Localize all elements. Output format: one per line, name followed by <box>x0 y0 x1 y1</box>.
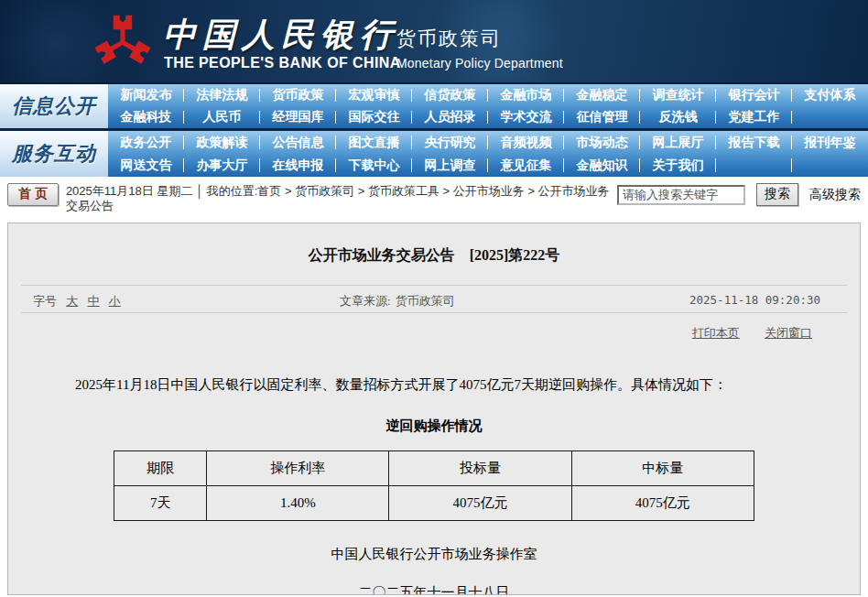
font-size-medium[interactable]: 中 <box>88 294 100 308</box>
table-row: 7天 1.40% 4075亿元 4075亿元 <box>114 486 754 521</box>
nav-item[interactable]: 公告信息 <box>260 131 336 154</box>
article-timestamp: 2025-11-18 09:20:30 <box>689 293 820 307</box>
nav-item[interactable]: 市场动态 <box>564 131 640 154</box>
article-panel: 公开市场业务交易公告 [2025]第222号 字号 大 中 小 文章来源:货币政… <box>7 223 861 595</box>
breadcrumb-trail[interactable]: 2025年11月18日 星期二 │ 我的位置:首页 > 货币政策司 > 货币政策… <box>66 184 617 213</box>
department-block: 货币政策司 Monetary Policy Department <box>396 26 563 71</box>
nav-grid-info: 新闻发布 法律法规 货币政策 宏观审慎 信贷政策 金融市场 金融稳定 调查统计 … <box>108 84 868 128</box>
department-name-english: Monetary Policy Department <box>396 56 563 71</box>
nav-item[interactable]: 党建工作 <box>716 106 792 128</box>
nav-item[interactable]: 经理国库 <box>260 106 336 128</box>
article-action-links: 打印本页 关闭窗口 <box>8 313 860 342</box>
nav-item[interactable]: 政策解读 <box>184 131 260 154</box>
nav-item[interactable]: 学术交流 <box>488 106 564 128</box>
font-size-small[interactable]: 小 <box>109 294 121 308</box>
article-meta-bar: 字号 大 中 小 文章来源:货币政策司 2025-11-18 09:20:30 <box>8 286 860 312</box>
nav-item[interactable]: 央行研究 <box>412 131 488 154</box>
font-size-large[interactable]: 大 <box>66 294 78 308</box>
nav-item[interactable]: 征信管理 <box>564 106 640 128</box>
nav-item[interactable]: 金融知识 <box>564 154 640 177</box>
nav-item-empty <box>792 106 868 128</box>
nav-item[interactable]: 政务公开 <box>108 131 184 154</box>
nav-item[interactable]: 音频视频 <box>488 131 564 154</box>
search-area: 搜索 高级搜索 <box>617 183 861 206</box>
article-title: 公开市场业务交易公告 [2025]第222号 <box>8 223 860 285</box>
nav-item[interactable]: 反洗钱 <box>640 106 716 128</box>
nav-item[interactable]: 人员招录 <box>412 106 488 128</box>
nav-item[interactable]: 信贷政策 <box>412 84 488 106</box>
search-button[interactable]: 搜索 <box>756 183 798 206</box>
font-size-controls: 字号 大 中 小 <box>33 293 121 309</box>
home-button[interactable]: 首 页 <box>7 183 59 206</box>
nav-item[interactable]: 办事大厅 <box>184 154 260 177</box>
bank-name-chinese: 中国人民银行 <box>163 13 399 58</box>
cell-awarded-amount: 4075亿元 <box>571 486 754 521</box>
operation-table-title: 逆回购操作情况 <box>8 418 860 435</box>
nav-section-services: 服务互动 政务公开 政策解读 公告信息 图文直播 央行研究 音频视频 市场动态 … <box>0 131 868 177</box>
nav-item[interactable]: 国际交往 <box>336 106 412 128</box>
search-input[interactable] <box>617 185 745 205</box>
nav-section-label-info: 信息公开 <box>0 84 108 128</box>
nav-item[interactable]: 银行会计 <box>716 84 792 106</box>
source-label: 文章来源: <box>340 294 391 308</box>
col-header-tenor: 期限 <box>114 451 207 486</box>
nav-item[interactable]: 关于我们 <box>640 154 716 177</box>
nav-item[interactable]: 调查统计 <box>640 84 716 106</box>
close-window-link[interactable]: 关闭窗口 <box>765 326 812 340</box>
cell-tenor: 7天 <box>114 486 207 521</box>
nav-item[interactable]: 报告下载 <box>716 131 792 154</box>
nav-item[interactable]: 网送文告 <box>108 154 184 177</box>
breadcrumb-bar: 首 页 2025年11月18日 星期二 │ 我的位置:首页 > 货币政策司 > … <box>0 177 868 217</box>
col-header-rate: 操作利率 <box>207 451 389 486</box>
nav-item[interactable]: 在线申报 <box>260 154 336 177</box>
pboc-logo-icon <box>93 11 152 71</box>
nav-item[interactable]: 意见征集 <box>488 154 564 177</box>
nav-item[interactable]: 报刊年鉴 <box>792 131 868 154</box>
cell-rate: 1.40% <box>207 486 389 521</box>
nav-item-empty <box>716 154 792 177</box>
nav-section-label-services: 服务互动 <box>0 131 108 177</box>
nav-item-empty <box>792 154 868 177</box>
font-size-label: 字号 <box>33 294 57 308</box>
table-header-row: 期限 操作利率 投标量 中标量 <box>114 451 754 486</box>
nav-item[interactable]: 图文直播 <box>336 131 412 154</box>
site-header: 中国人民银行 THE PEOPLE'S BANK OF CHINA 货币政策司 … <box>0 0 868 82</box>
source-value: 货币政策司 <box>396 294 455 308</box>
signature-line: 中国人民银行公开市场业务操作室 <box>8 546 860 563</box>
article-source: 文章来源:货币政策司 <box>340 293 455 309</box>
col-header-bid-amount: 投标量 <box>389 451 571 486</box>
nav-item[interactable]: 支付体系 <box>792 84 868 106</box>
bank-name-english: THE PEOPLE'S BANK OF CHINA <box>164 55 401 71</box>
nav-item[interactable]: 金融稳定 <box>564 84 640 106</box>
advanced-search-link[interactable]: 高级搜索 <box>809 187 861 203</box>
nav-item[interactable]: 宏观审慎 <box>336 84 412 106</box>
print-page-link[interactable]: 打印本页 <box>692 326 740 340</box>
nav-item[interactable]: 法律法规 <box>184 84 260 106</box>
col-header-awarded-amount: 中标量 <box>571 451 754 486</box>
article-body: 2025年11月18日中国人民银行以固定利率、数量招标方式开展了4075亿元7天… <box>45 375 823 395</box>
nav-item[interactable]: 下载中心 <box>336 154 412 177</box>
signature-date: 二〇二五年十一月十八日 <box>8 584 860 595</box>
cell-bid-amount: 4075亿元 <box>389 486 571 521</box>
nav-grid-services: 政务公开 政策解读 公告信息 图文直播 央行研究 音频视频 市场动态 网上展厅 … <box>108 131 868 177</box>
nav-item[interactable]: 网上调查 <box>412 154 488 177</box>
nav-item[interactable]: 人民币 <box>184 106 260 128</box>
nav-item[interactable]: 货币政策 <box>260 84 336 106</box>
nav-section-info-disclosure: 信息公开 新闻发布 法律法规 货币政策 宏观审慎 信贷政策 金融市场 金融稳定 … <box>0 82 868 128</box>
nav-item[interactable]: 网上展厅 <box>640 131 716 154</box>
department-name-chinese: 货币政策司 <box>396 26 563 51</box>
reverse-repo-table: 期限 操作利率 投标量 中标量 7天 1.40% 4075亿元 4075亿元 <box>114 450 754 521</box>
nav-item[interactable]: 金融科技 <box>108 106 184 128</box>
nav-item[interactable]: 金融市场 <box>488 84 564 106</box>
nav-item[interactable]: 新闻发布 <box>108 84 184 106</box>
